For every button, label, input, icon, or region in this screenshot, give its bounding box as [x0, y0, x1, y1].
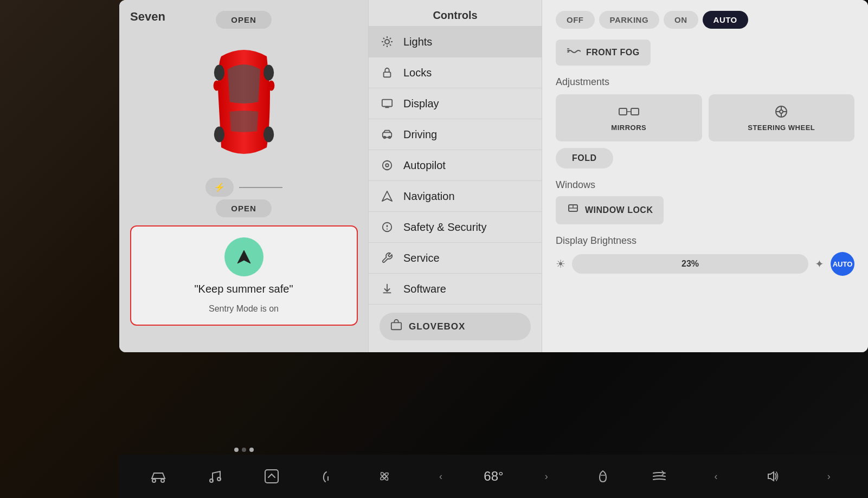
- nav-label-navigation: Navigation: [403, 190, 455, 203]
- lights-auto-button[interactable]: AUTO: [703, 11, 748, 29]
- svg-point-54: [383, 475, 386, 478]
- nav-item-autopilot[interactable]: Autopilot: [369, 150, 542, 181]
- svg-rect-36: [619, 108, 627, 115]
- taskbar-defrost-rear[interactable]: [646, 463, 673, 490]
- svg-line-15: [383, 44, 384, 46]
- steering-wheel-label: STEERING WHEEL: [748, 124, 815, 132]
- nav-item-software[interactable]: Software: [369, 274, 542, 305]
- brightness-value: 23%: [681, 259, 699, 269]
- svg-line-14: [390, 38, 391, 39]
- car-diagram: [201, 37, 287, 167]
- nav-item-driving[interactable]: Driving: [369, 119, 542, 150]
- autopilot-icon: [380, 158, 395, 173]
- taskbar-music-icon[interactable]: [201, 463, 228, 490]
- brightness-low-icon: ☀: [556, 257, 565, 270]
- window-lock-icon: [567, 203, 580, 218]
- window-lock-button[interactable]: WINDOW LOCK: [556, 196, 664, 224]
- svg-point-24: [385, 164, 389, 167]
- car-view: [190, 31, 298, 172]
- mirrors-button[interactable]: MIRRORS: [556, 94, 702, 141]
- taskbar-seat-heat-left[interactable]: [314, 463, 342, 490]
- dot-2: [242, 448, 246, 452]
- adjustments-title: Adjustments: [556, 76, 854, 88]
- window-lock-label: WINDOW LOCK: [585, 205, 653, 215]
- software-icon: [380, 281, 395, 296]
- left-panel: Seven OPEN: [119, 0, 369, 352]
- lights-on-button[interactable]: ON: [664, 11, 698, 29]
- nav-label-driving: Driving: [403, 128, 437, 141]
- right-panel: OFF PARKING ON AUTO FRONT FOG Adjustment…: [542, 0, 868, 352]
- sentry-card: "Keep summer safe" Sentry Mode is on: [130, 225, 358, 326]
- brightness-row: ☀ 23% ✦ AUTO: [556, 252, 854, 276]
- brightness-auto-button[interactable]: AUTO: [831, 252, 854, 276]
- nav-item-navigation[interactable]: Navigation: [369, 181, 542, 212]
- svg-rect-32: [391, 322, 401, 329]
- fog-icon: [567, 46, 581, 59]
- svg-point-51: [210, 479, 213, 482]
- lights-icon: [380, 34, 395, 49]
- glovebox-button[interactable]: GLOVEBOX: [380, 313, 531, 340]
- lights-off-button[interactable]: OFF: [556, 11, 595, 29]
- nav-item-service[interactable]: Service: [369, 243, 542, 274]
- car-name: Seven: [130, 10, 165, 24]
- nav-label-locks: Locks: [403, 67, 432, 79]
- taskbar-left-arrow[interactable]: ‹: [702, 463, 729, 490]
- windows-title: Windows: [556, 179, 854, 191]
- front-fog-button[interactable]: FRONT FOG: [556, 40, 651, 66]
- driving-icon: [380, 127, 395, 142]
- lights-parking-button[interactable]: PARKING: [599, 11, 660, 29]
- sentry-status: Sentry Mode is on: [209, 304, 279, 314]
- controls-header: Controls: [369, 3, 542, 27]
- taskbar-temperature: 68°: [484, 469, 503, 484]
- sentry-icon-circle: [224, 237, 263, 276]
- svg-point-49: [161, 479, 164, 482]
- navigation-icon: [380, 189, 395, 204]
- nav-item-locks[interactable]: Locks: [369, 57, 542, 88]
- svg-point-2: [214, 65, 224, 81]
- taskbar-temp-left-arrow[interactable]: ‹: [427, 463, 454, 490]
- fog-label: FRONT FOG: [586, 48, 640, 57]
- brightness-high-icon: ✦: [815, 257, 824, 270]
- open-trunk-button[interactable]: OPEN: [216, 199, 272, 217]
- taskbar-chevron-up-icon[interactable]: [258, 463, 285, 490]
- svg-point-4: [214, 127, 224, 143]
- sentry-quote: "Keep summer safe": [194, 283, 293, 295]
- taskbar-temp-right-arrow[interactable]: ›: [533, 463, 560, 490]
- taskbar-volume-icon[interactable]: [759, 463, 786, 490]
- brightness-slider[interactable]: 23%: [572, 254, 808, 274]
- open-frunk-button[interactable]: OPEN: [216, 11, 272, 29]
- main-screen: Seven OPEN: [119, 0, 868, 352]
- middle-panel: Controls Lights: [369, 0, 542, 352]
- charge-icon-button[interactable]: ⚡: [205, 178, 234, 197]
- steering-wheel-button[interactable]: STEERING WHEEL: [709, 94, 855, 141]
- glovebox-icon: [390, 319, 402, 334]
- svg-rect-53: [265, 470, 278, 483]
- svg-rect-17: [382, 100, 392, 107]
- nav-label-autopilot: Autopilot: [403, 159, 446, 172]
- fold-button[interactable]: FOLD: [556, 148, 613, 169]
- taskbar-fan-icon[interactable]: [371, 463, 398, 490]
- nav-item-lights[interactable]: Lights: [369, 27, 542, 57]
- nav-label-safety: Safety & Security: [403, 221, 486, 234]
- page-dots: [119, 448, 369, 452]
- nav-label-lights: Lights: [403, 36, 432, 48]
- temp-value: 68°: [484, 469, 503, 484]
- glovebox-label: GLOVEBOX: [409, 321, 465, 332]
- svg-point-0: [213, 80, 220, 90]
- dot-3: [249, 448, 254, 452]
- svg-rect-16: [384, 72, 391, 77]
- taskbar-steering-temp-icon[interactable]: [589, 463, 616, 490]
- nav-item-safety[interactable]: Safety & Security: [369, 212, 542, 243]
- svg-point-48: [152, 479, 156, 482]
- dot-1: [234, 448, 239, 452]
- taskbar-car-icon[interactable]: [145, 463, 172, 490]
- brightness-title: Display Brightness: [556, 235, 854, 247]
- svg-point-5: [263, 127, 274, 143]
- taskbar: ‹ 68° › ‹ ›: [119, 455, 868, 498]
- display-icon: [380, 96, 395, 111]
- svg-point-40: [780, 110, 783, 113]
- taskbar-right-arrow[interactable]: ›: [815, 463, 843, 490]
- nav-item-display[interactable]: Display: [369, 88, 542, 119]
- svg-rect-37: [631, 108, 639, 115]
- svg-marker-6: [237, 250, 250, 263]
